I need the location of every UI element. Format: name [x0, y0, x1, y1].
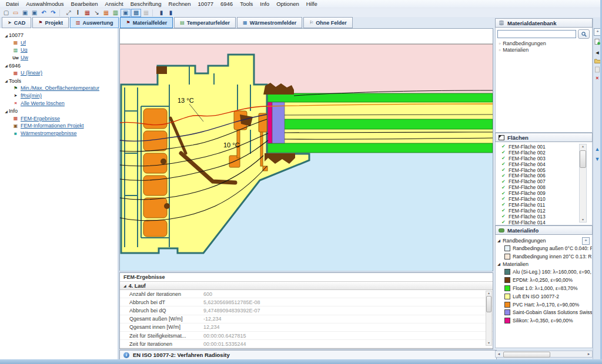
- flaeche-list-item[interactable]: ✔FEM-Fläche 001: [496, 144, 592, 150]
- scrollbar-track[interactable]: [502, 351, 586, 357]
- flaechen-vertical-scrollbar[interactable]: ▴ ▾: [579, 144, 587, 223]
- materialinfo-horizontal-scrollbar[interactable]: ◂ ▸: [495, 350, 593, 358]
- tree-item-fem-ergebnisse[interactable]: ▦ FEM-Ergebnisse: [0, 115, 118, 123]
- material-search-input[interactable]: [497, 30, 576, 38]
- scroll-down-icon[interactable]: ▾: [580, 218, 586, 222]
- report-dark-icon[interactable]: ▮: [157, 9, 166, 16]
- menu-info[interactable]: Info: [256, 1, 273, 7]
- tab-auswertung[interactable]: ▥ Auswertung: [70, 17, 119, 28]
- tab-temperaturfelder[interactable]: ▤ Temperaturfelder: [174, 17, 236, 28]
- scroll-down-icon[interactable]: ▾: [486, 341, 491, 345]
- menu-beschriftung[interactable]: Beschriftung: [127, 1, 165, 7]
- material-grid-icon[interactable]: ▦: [102, 9, 111, 16]
- expander-icon[interactable]: ◢: [497, 262, 500, 267]
- flaeche-list-item[interactable]: ✔FEM-Fläche 006: [496, 173, 592, 178]
- tree-item-label[interactable]: Alle Werte löschen: [21, 100, 65, 106]
- tree-item-label[interactable]: Min./Max. Oberflächentemperatur: [21, 85, 99, 91]
- flaechen-header[interactable]: Flächen: [495, 133, 593, 142]
- scroll-right-icon[interactable]: ▸: [586, 352, 592, 356]
- tree-item-uw[interactable]: Uw Uw: [0, 54, 118, 62]
- materialdatenbank-header[interactable]: Materialdatenbank: [495, 18, 593, 28]
- menu-optionen[interactable]: Optionen: [273, 1, 303, 7]
- column-fields-icon[interactable]: ▥: [111, 9, 120, 16]
- menu-ansicht[interactable]: Ansicht: [102, 1, 127, 7]
- tree-item-label[interactable]: Uw: [21, 55, 28, 60]
- fem-row-q-aussen[interactable]: Qgesamt außen [W/m] -12,234: [120, 315, 493, 323]
- expander-icon[interactable]: ◢: [123, 284, 126, 288]
- menu-hilfe[interactable]: Hilfe: [303, 1, 321, 7]
- tree-item-label[interactable]: Uf: [21, 40, 26, 46]
- new-file-icon[interactable]: ▢: [2, 9, 11, 16]
- legend-entry-luft[interactable]: Luft EN ISO 10077-2: [496, 292, 592, 301]
- tree-item-label[interactable]: FEM-Informationen Projekt: [21, 123, 84, 129]
- scroll-up-icon[interactable]: ▴: [486, 291, 491, 295]
- legend-entry-float[interactable]: Float 1.0: λ=1,000, ε=83,70%: [496, 284, 592, 292]
- legend-entry-randbedingung-aussen[interactable]: Randbedingung außen 0°C 0.040: F: [496, 244, 592, 252]
- flaeche-list-item[interactable]: ✔FEM-Fläche 014: [496, 220, 592, 225]
- open-file-icon[interactable]: ▭: [11, 9, 20, 16]
- fem-row-q-innen[interactable]: Qgesamt innen [W/m] 12,234: [120, 323, 493, 332]
- tree-group-10077[interactable]: ◢ 10077: [0, 32, 118, 39]
- tab-waermestromfelder[interactable]: ▦ Wärmestromfelder: [237, 17, 302, 28]
- flaeche-list-item[interactable]: ✔FEM-Fläche 011: [496, 202, 592, 208]
- expander-icon[interactable]: ◢: [4, 79, 9, 83]
- flaeche-list-item[interactable]: ✔FEM-Fläche 007: [496, 178, 592, 184]
- flaeche-list-item[interactable]: ✔FEM-Fläche 003: [496, 156, 592, 161]
- expander-icon[interactable]: ◢: [4, 63, 9, 68]
- expand-panel-button[interactable]: +: [582, 237, 590, 245]
- expander-icon[interactable]: ◢: [497, 238, 500, 243]
- tree-item-label[interactable]: Ug: [21, 47, 28, 53]
- tree-group-tools[interactable]: ◢ Tools: [0, 77, 118, 85]
- profile-table-icon[interactable]: ▦: [83, 9, 92, 16]
- materialinfo-header[interactable]: Materialinfo: [495, 225, 593, 235]
- legend-entry-silikon[interactable]: Silikon: λ=0,350, ε=90,00%: [496, 316, 592, 325]
- zoom-extents-icon[interactable]: ⤢: [64, 9, 73, 16]
- report-blue-icon[interactable]: ▮: [166, 9, 175, 16]
- expander-icon[interactable]: ▹: [499, 41, 501, 46]
- tree-item-fem-informationen[interactable]: ▣ FEM-Informationen Projekt: [0, 122, 118, 130]
- flaeche-list-item[interactable]: ✔FEM-Fläche 002: [496, 150, 592, 156]
- tab-ohne-felder[interactable]: ⚐ Ohne Felder: [303, 17, 353, 28]
- fem-row-zeit-steifigkeit[interactable]: Zeit für Steifigkeitsmat... 00:00:00.642…: [120, 332, 493, 340]
- flaeche-list-item[interactable]: ✔FEM-Fläche 013: [496, 214, 592, 220]
- save-as-icon[interactable]: ▣: [30, 9, 39, 16]
- tree-item-label[interactable]: U (linear): [21, 70, 42, 76]
- menu-bearbeiten[interactable]: Bearbeiten: [68, 1, 102, 7]
- tree-item-waermestromergebnisse[interactable]: ■ Wärmestromergebnisse: [0, 130, 118, 137]
- save-icon[interactable]: ▣: [21, 9, 29, 16]
- legend-entry-epdm[interactable]: EPDM: λ=0,250, ε=90,00%: [496, 276, 592, 284]
- tree-group-info[interactable]: ◢ Info: [0, 107, 118, 115]
- tree-group-6946[interactable]: ◢ 6946: [0, 62, 118, 69]
- scrollbar-thumb[interactable]: [580, 150, 586, 168]
- expander-icon[interactable]: ◢: [4, 33, 9, 38]
- fem-row-iterations[interactable]: Anzahl der Iterationen 600: [120, 290, 493, 298]
- tab-cad[interactable]: ➤ CAD: [2, 17, 31, 28]
- tree-item-label[interactable]: Wärmestromergebnisse: [21, 130, 77, 136]
- legend-entry-saint-gobain[interactable]: Saint-Gobain Glass Solutions Swiss: [496, 309, 592, 317]
- tree-item-label[interactable]: FEM-Ergebnisse: [21, 116, 60, 122]
- flaeche-list-item[interactable]: ✔FEM-Fläche 012: [496, 208, 592, 214]
- flaeche-list-item[interactable]: ✔FEM-Fläche 010: [496, 196, 592, 202]
- expander-icon[interactable]: ▹: [499, 48, 501, 52]
- db-tree-materialien[interactable]: ▹ Materialien: [496, 46, 592, 53]
- cad-drawing-canvas[interactable]: 13 °C 10 °C: [119, 28, 493, 271]
- flaeche-list-item[interactable]: ✔FEM-Fläche 009: [496, 190, 592, 196]
- flaeche-list-item[interactable]: ✔FEM-Fläche 005: [496, 167, 592, 173]
- fem-row-abbruch-dt[interactable]: Abbruch bei dT 5,62305698512785E-08: [120, 298, 493, 306]
- flaeche-list-item[interactable]: ✔FEM-Fläche 004: [496, 161, 592, 167]
- fem-row-zeit-iterationen[interactable]: Zeit für Iterationen 00:00:01.5335244: [120, 340, 493, 348]
- menu-6946[interactable]: 6946: [217, 1, 236, 7]
- fem-vertical-scrollbar[interactable]: ▴ ▾: [486, 291, 492, 346]
- boundary-fields-icon[interactable]: ▣: [121, 9, 131, 17]
- tab-projekt[interactable]: ⚑ Projekt: [32, 17, 69, 28]
- matinfo-group-randbedingungen[interactable]: ◢ Randbedingungen: [496, 237, 592, 244]
- menu-auswahlmodus[interactable]: Auswahlmodus: [22, 1, 67, 7]
- legend-entry-pvc[interactable]: PVC Hart: λ=0,170, ε=90,00%: [496, 301, 592, 309]
- legend-entry-alu[interactable]: Alu (Si-Leg.) 160: λ=160,000, ε=90,: [496, 268, 592, 277]
- menu-datei[interactable]: Datei: [2, 1, 22, 7]
- expander-icon[interactable]: ◢: [4, 109, 9, 113]
- tree-item-alle-werte-loeschen[interactable]: × Alle Werte löschen: [0, 99, 118, 107]
- flaeche-list-item[interactable]: ✔FEM-Fläche 008: [496, 184, 592, 190]
- fem-run-group-header[interactable]: ◢ 4. Lauf: [120, 281, 493, 290]
- tree-item-label[interactable]: fRsi(min): [21, 93, 42, 99]
